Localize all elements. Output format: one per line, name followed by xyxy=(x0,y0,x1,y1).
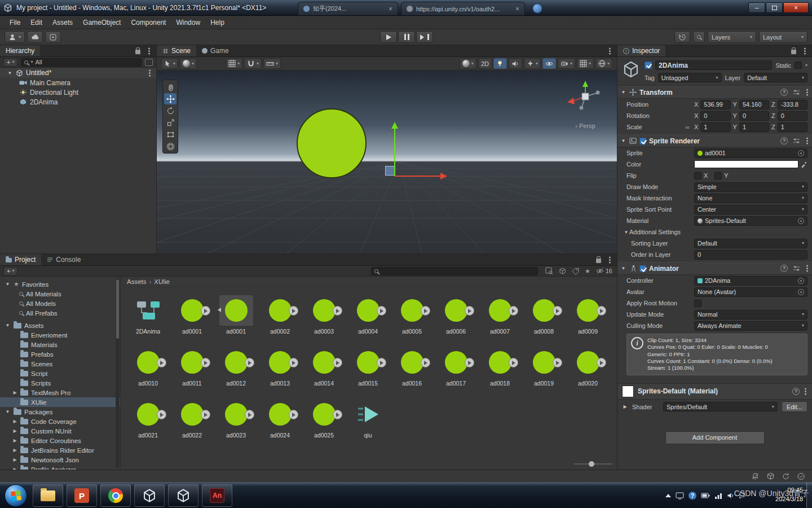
tag-dropdown[interactable]: Untagged▾ xyxy=(658,73,722,82)
uniform-scale-link-icon[interactable]: ∞ xyxy=(685,124,690,130)
taskbar-chrome-button[interactable] xyxy=(100,484,131,507)
sprite-expander-badge[interactable] xyxy=(333,358,342,367)
asset-tile[interactable]: ad0014 xyxy=(304,347,344,387)
presets-icon[interactable] xyxy=(793,265,800,272)
tray-display-icon[interactable] xyxy=(676,492,684,500)
menu-item[interactable]: Window xyxy=(171,16,205,29)
sprite-expander-badge[interactable] xyxy=(553,306,562,316)
menu-item[interactable]: Assets xyxy=(47,16,78,29)
sprite-expander-badge[interactable] xyxy=(509,358,518,367)
package-filter-icon[interactable] xyxy=(559,268,566,275)
open-search-window-icon[interactable] xyxy=(545,267,553,275)
persp-label[interactable]: ‹ Persp xyxy=(564,122,607,129)
culling-mode-dropdown[interactable]: Always Animate▾ xyxy=(694,321,807,331)
gizmos-dropdown[interactable]: ▾ xyxy=(595,58,612,69)
folder-tree-item[interactable]: ▶ Scenes xyxy=(0,359,120,369)
menu-item[interactable]: GameObject xyxy=(78,16,126,29)
folder-tree-item[interactable]: ▶ Scripts xyxy=(0,378,120,388)
package-tree-item[interactable]: ▶ Editor Coroutines xyxy=(0,436,120,445)
color-swatch[interactable] xyxy=(694,160,798,168)
gizmo-xy-plane-handle[interactable] xyxy=(385,166,395,176)
label-filter-icon[interactable] xyxy=(572,268,579,275)
eyedropper-icon[interactable] xyxy=(801,161,807,168)
presets-icon[interactable] xyxy=(793,137,800,144)
transform-header[interactable]: ▼ Transform ? xyxy=(617,86,812,99)
close-button[interactable]: × xyxy=(783,2,809,13)
sprite-expander-badge[interactable] xyxy=(377,306,386,316)
lighting-toggle[interactable] xyxy=(493,58,507,69)
flip-y-checkbox[interactable] xyxy=(714,172,722,179)
hidden-count-button[interactable]: 16 xyxy=(596,268,612,274)
measure-dropdown[interactable]: ▾ xyxy=(263,58,281,69)
asset-tile[interactable]: ad0019 xyxy=(524,347,564,387)
sprite-circle-gameobject[interactable] xyxy=(297,108,367,178)
asset-tile[interactable]: ad0023 xyxy=(216,399,256,439)
help-icon[interactable]: ? xyxy=(792,388,800,395)
play-button[interactable] xyxy=(380,31,397,43)
asset-tile[interactable]: ad0020 xyxy=(568,347,608,387)
help-icon[interactable]: ? xyxy=(780,265,788,272)
asset-tile[interactable]: ad0015 xyxy=(348,347,388,387)
flip-x-checkbox[interactable] xyxy=(694,172,701,179)
material-menu-icon[interactable] xyxy=(805,391,806,392)
expand-arrow-icon[interactable]: ▶ xyxy=(12,448,17,453)
expand-arrow-icon[interactable]: ▶ xyxy=(12,457,17,462)
scale-z-field[interactable]: 1 xyxy=(778,122,807,132)
sprite-expander-badge[interactable] xyxy=(201,306,210,316)
thumbnail-zoom-slider[interactable] xyxy=(574,461,612,467)
asset-tile[interactable]: ad0011 xyxy=(172,347,212,387)
show-desktop-button[interactable] xyxy=(806,483,812,508)
tab-close-icon[interactable]: × xyxy=(389,5,392,13)
minimize-button[interactable]: – xyxy=(748,2,765,13)
lock-icon[interactable] xyxy=(135,50,140,54)
gameobject-cube-icon[interactable] xyxy=(622,60,640,78)
component-menu-icon[interactable] xyxy=(806,140,808,142)
hierarchy-item[interactable]: Main Camera xyxy=(0,78,156,87)
shader-edit-button[interactable]: Edit... xyxy=(782,401,807,412)
transform-tool-button[interactable] xyxy=(164,141,176,152)
browser-profile-button[interactable] xyxy=(532,3,542,14)
asset-tile[interactable]: ad0007 xyxy=(480,295,520,335)
lock-icon[interactable] xyxy=(596,259,601,263)
taskbar-animate-button[interactable]: An xyxy=(202,484,232,507)
position-y-field[interactable]: 54.160 xyxy=(739,100,769,110)
asset-tile[interactable]: ad0001 xyxy=(172,295,212,335)
position-x-field[interactable]: 536.99 xyxy=(700,100,730,110)
asset-tile[interactable]: ad0016 xyxy=(392,347,432,387)
sprite-expander-badge[interactable] xyxy=(201,410,210,419)
component-menu-icon[interactable] xyxy=(806,268,808,269)
folder-tree-item[interactable]: ▶ Script xyxy=(0,369,120,378)
favorites-item[interactable]: All Materials xyxy=(0,289,120,299)
foldout-icon[interactable]: ▼ xyxy=(620,266,626,271)
package-tree-item[interactable]: ▶ Custom NUnit xyxy=(0,426,120,436)
folder-tree-item[interactable]: ▶ Enverioment xyxy=(0,330,120,340)
pause-button[interactable] xyxy=(398,31,415,43)
asset-tile[interactable]: ad0010 xyxy=(128,347,168,387)
notifications-muted-icon[interactable] xyxy=(751,472,760,480)
asset-tile[interactable]: ad0025 xyxy=(304,399,344,439)
folder-tree-item[interactable]: ▶ XUlie xyxy=(0,397,120,407)
asset-tile[interactable]: ad0003 xyxy=(304,295,344,335)
sprite-expander-badge[interactable] xyxy=(157,410,166,419)
tab-project[interactable]: Project xyxy=(0,254,41,265)
asset-tile[interactable]: ad0013 xyxy=(260,347,300,387)
snap-magnet-dropdown[interactable]: ▾ xyxy=(244,58,262,69)
scene-menu-icon[interactable] xyxy=(149,72,151,74)
object-picker-icon[interactable] xyxy=(798,289,804,295)
hand-tool-button[interactable] xyxy=(164,81,176,93)
tab-game[interactable]: Game xyxy=(196,45,235,56)
static-dropdown-icon[interactable]: ▾ xyxy=(805,63,807,68)
object-picker-icon[interactable] xyxy=(798,218,804,224)
asset-tile[interactable]: qiu xyxy=(348,399,388,439)
tab-hierarchy[interactable]: Hierarchy xyxy=(0,45,40,56)
scene-root-row[interactable]: ▼ Untitled* xyxy=(0,68,156,78)
asset-tile[interactable]: ad0005 xyxy=(392,295,432,335)
package-manager-icon[interactable] xyxy=(766,472,775,480)
presets-icon[interactable] xyxy=(793,89,800,96)
sprite-expander-badge[interactable] xyxy=(333,410,342,419)
root-motion-checkbox[interactable] xyxy=(694,300,701,307)
grid-snap-dropdown[interactable]: ▾ xyxy=(226,58,242,69)
menu-item[interactable]: Help xyxy=(205,16,230,29)
expand-arrow-icon[interactable]: ▶ xyxy=(12,428,17,433)
tray-help-icon[interactable]: ? xyxy=(689,492,696,500)
